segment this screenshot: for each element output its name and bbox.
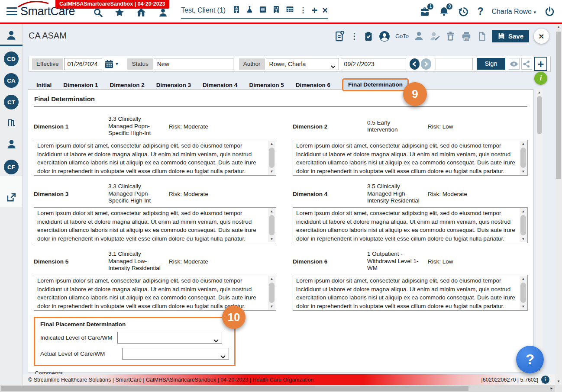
new-document-icon[interactable]	[334, 30, 346, 42]
calendar-picker-button[interactable]: ▼	[104, 59, 119, 69]
save-button[interactable]: Save	[492, 30, 529, 42]
sidebar-person-icon[interactable]	[0, 139, 23, 150]
page-scroll-thumb[interactable]	[556, 32, 561, 179]
dimension-notes-textarea[interactable]: Lorem ipsum dolor sit amet, consectetur …	[34, 140, 276, 176]
dimension-notes-textarea[interactable]: Lorem ipsum dolor sit amet, consectetur …	[293, 140, 528, 176]
favorites-star-icon[interactable]	[114, 7, 125, 18]
page-title: CA ASAM	[29, 31, 67, 41]
client-forms-list-icon[interactable]	[258, 5, 267, 16]
hamburger-menu-icon[interactable]	[6, 7, 17, 16]
sidebar-item-cf[interactable]: CF	[0, 160, 23, 174]
client-inpatient-icon[interactable]	[232, 5, 241, 16]
horizontal-scroll-thumb[interactable]	[1, 386, 468, 391]
footer-info-icon[interactable]: i	[541, 376, 549, 384]
indicated-level-select[interactable]	[117, 332, 222, 344]
toolbar-kebab-icon[interactable]: ⋮	[350, 32, 359, 41]
tab-initial[interactable]: Initial	[36, 82, 52, 88]
scroll-up-icon[interactable]: ▲	[536, 89, 543, 96]
help-question-icon[interactable]: ?	[477, 6, 483, 17]
reference-input[interactable]	[436, 58, 473, 70]
panel-scrollbar[interactable]: ▲ ▼	[536, 89, 543, 373]
tab-dimension-2[interactable]: Dimension 2	[110, 82, 145, 88]
clipboard-check-icon[interactable]	[363, 31, 374, 42]
page-toolbar: ⋮ GoTo Sa	[334, 29, 549, 44]
page-scrollbar[interactable]: ▲ ▼	[555, 24, 562, 385]
step-9-callout: 9	[403, 82, 427, 106]
textarea-scrollbar[interactable]: ▲▼	[520, 276, 527, 310]
person-lookup-icon[interactable]	[413, 31, 424, 42]
tab-dimension-1[interactable]: Dimension 1	[63, 82, 98, 88]
client-close-icon[interactable]: ×	[322, 6, 328, 15]
caseload-count-badge: 1	[427, 3, 434, 10]
ca-avatar: CA	[4, 73, 19, 88]
client-person-icon[interactable]	[158, 7, 168, 18]
open-client-tab[interactable]: Test, Client (1) ⋮ + ×	[181, 5, 328, 19]
client-lab-flask-icon[interactable]	[245, 5, 254, 15]
scroll-up-icon[interactable]: ▲	[555, 24, 562, 31]
dimension-risk: Risk: Low	[428, 258, 453, 265]
notifications-bell-icon[interactable]: 0	[439, 6, 449, 17]
sidebar-item-ca[interactable]: CA	[0, 73, 23, 88]
client-grid-icon[interactable]	[285, 5, 294, 16]
placement-heading: Final Placement Determination	[40, 321, 229, 328]
dimension-notes-textarea[interactable]: Lorem ipsum dolor sit amet, consectetur …	[293, 275, 528, 311]
person-circle-icon[interactable]	[378, 30, 391, 42]
sign-button[interactable]: Sign	[477, 58, 505, 70]
sidebar-client-icon[interactable]	[0, 30, 23, 41]
person-edit-icon[interactable]	[429, 31, 440, 42]
search-icon[interactable]	[93, 7, 103, 18]
client-more-kebab-icon[interactable]: ⋮	[299, 6, 307, 15]
client-add-icon[interactable]: +	[311, 6, 317, 15]
actual-level-select[interactable]	[122, 348, 229, 360]
sidebar-item-cd[interactable]: CD	[0, 51, 23, 66]
textarea-scrollbar[interactable]: ▲▼	[268, 276, 275, 310]
scroll-down-icon[interactable]: ▼	[555, 378, 562, 385]
footer-copyright: © Streamline Healthcare Solutions | Smar…	[28, 377, 481, 383]
dimension-notes-textarea[interactable]: Lorem ipsum dolor sit amet, consectetur …	[34, 207, 276, 243]
sidebar-door-icon[interactable]	[0, 117, 23, 128]
signed-date-input[interactable]	[341, 58, 406, 70]
dimension-label: Dimension 2	[293, 123, 367, 130]
delete-trash-icon[interactable]	[445, 31, 456, 42]
prev-arrow-button[interactable]	[410, 58, 420, 70]
dimension-notes-textarea[interactable]: Lorem ipsum dolor sit amet, consectetur …	[293, 207, 528, 243]
sidebar-item-ct[interactable]: CT	[0, 95, 23, 109]
textarea-scrollbar[interactable]: ▲▼	[268, 208, 275, 242]
next-arrow-button[interactable]	[421, 58, 431, 70]
actual-level-label: Actual Level of Care/WM	[40, 350, 116, 357]
close-page-icon[interactable]: ×	[534, 29, 549, 44]
sidebar-external-link-icon[interactable]	[0, 192, 23, 203]
print-icon[interactable]	[461, 31, 472, 42]
add-new-button[interactable]: +	[534, 57, 547, 71]
status-input[interactable]	[154, 58, 233, 70]
tab-dimension-5[interactable]: Dimension 5	[249, 82, 284, 88]
export-document-icon[interactable]	[477, 31, 487, 42]
logout-power-icon[interactable]	[544, 6, 555, 17]
client-facility-person-icon[interactable]	[272, 5, 281, 16]
tab-dimension-4[interactable]: Dimension 4	[203, 82, 237, 88]
asam-tabs: Initial Dimension 1 Dimension 2 Dimensio…	[36, 78, 409, 92]
home-icon[interactable]	[136, 7, 146, 18]
info-green-icon[interactable]: i	[534, 72, 547, 85]
effective-date-input[interactable]	[64, 58, 102, 70]
history-icon[interactable]	[458, 6, 469, 17]
view-eye-button[interactable]	[509, 58, 520, 70]
dimension-notes-textarea[interactable]: Lorem ipsum dolor sit amet, consectetur …	[34, 275, 276, 311]
tab-dimension-6[interactable]: Dimension 6	[296, 82, 330, 88]
author-select[interactable]: Rowe, Charla	[266, 58, 339, 70]
horizontal-scrollbar[interactable]: ►	[0, 385, 555, 392]
save-label: Save	[508, 32, 523, 40]
scroll-right-icon[interactable]: ►	[550, 385, 553, 392]
caseload-briefcase-icon[interactable]: 1	[419, 6, 430, 17]
textarea-scrollbar[interactable]: ▲▼	[268, 141, 275, 175]
textarea-scrollbar[interactable]: ▲▼	[520, 141, 527, 175]
help-bubble-button[interactable]: ?	[516, 346, 544, 373]
tab-final-determination[interactable]: Final Determination	[342, 78, 409, 91]
tab-dimension-3[interactable]: Dimension 3	[156, 82, 191, 88]
textarea-scrollbar[interactable]: ▲▼	[520, 208, 527, 242]
panel-scroll-thumb[interactable]	[537, 96, 542, 134]
author-select-chevron-icon	[331, 63, 336, 70]
user-menu[interactable]: Charla Rowe ▾	[492, 8, 536, 16]
share-button[interactable]	[521, 58, 532, 70]
goto-link[interactable]: GoTo	[395, 33, 409, 39]
